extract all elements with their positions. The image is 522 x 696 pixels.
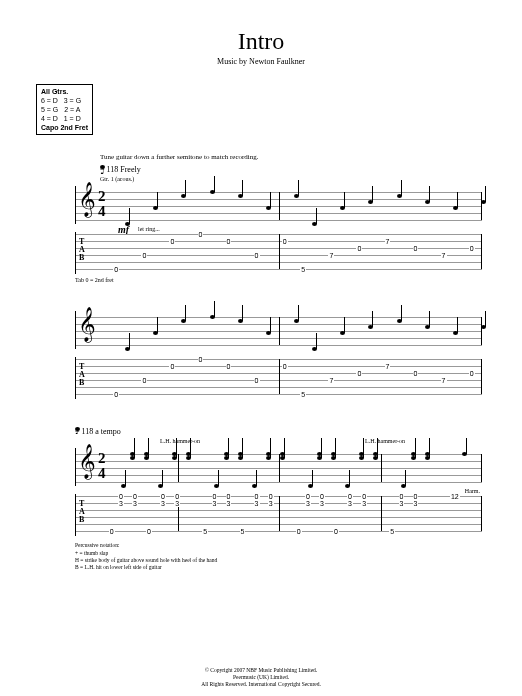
fret-number: 0	[113, 391, 119, 398]
music-system-1: 𝄞 2 4 mf let ring... TAB 00000005707070	[75, 186, 482, 274]
fret-number: 0	[413, 493, 419, 500]
fret-number: 0	[141, 252, 147, 259]
fret-number: 7	[441, 377, 447, 384]
guitar-label: Gtr. 1 (acous.)	[100, 176, 492, 182]
fret-number: 0	[413, 245, 419, 252]
fret-number: 3	[319, 500, 325, 507]
fret-number: 0	[333, 528, 339, 535]
notation-staff: 𝄞 2 4 Harm.	[75, 448, 482, 486]
fret-number: 5	[300, 391, 306, 398]
fret-number: 0	[356, 370, 362, 377]
notation-staff: 𝄞 2 4 mf let ring...	[75, 186, 482, 224]
tablature-staff: TAB 030300303053030530300303003030530301…	[75, 494, 482, 536]
fret-number: 0	[254, 252, 260, 259]
fret-number: 0	[254, 493, 260, 500]
fret-number: 0	[226, 363, 232, 370]
percussive-legend: Percussive notation: + = thumb slap H = …	[75, 542, 492, 571]
fret-number: 7	[328, 252, 334, 259]
fret-number: 7	[385, 238, 391, 245]
fret-number: 3	[361, 500, 367, 507]
notation-staff: 𝄞	[75, 311, 482, 349]
tempo-text: = 118 Freely	[100, 165, 141, 174]
fret-number: 0	[198, 356, 204, 363]
fret-number: 0	[226, 493, 232, 500]
fret-number: 0	[141, 377, 147, 384]
song-title: Intro	[30, 28, 492, 55]
treble-clef-icon: 𝄞	[78, 446, 96, 476]
perc-line: B = L.H. hit on lower left side of guita…	[75, 564, 492, 571]
fret-number: 3	[226, 500, 232, 507]
tablature-staff: TAB 00000005707070	[75, 232, 482, 274]
fret-number: 0	[469, 245, 475, 252]
notes-area	[116, 311, 482, 349]
time-sig-top: 2	[98, 451, 106, 465]
fret-number: 0	[160, 493, 166, 500]
fret-number: 3	[305, 500, 311, 507]
fret-number: 3	[268, 500, 274, 507]
copyright-line: © Copyright 2007 NBF Music Publishing Li…	[0, 667, 522, 674]
time-sig-bottom: 4	[98, 466, 106, 480]
lh-hammer-2: L.H. hammer-on	[365, 438, 405, 444]
fret-number: 0	[113, 266, 119, 273]
time-signature: 2 4	[98, 451, 106, 480]
fret-number: 0	[282, 238, 288, 245]
tuning-box: All Gtrs. 6 = D 3 = G 5 = G 2 = A 4 = D …	[36, 84, 93, 135]
notes-area	[116, 448, 482, 486]
fret-number: 3	[212, 500, 218, 507]
tuning-instruction: Tune guitar down a further semitone to m…	[100, 153, 492, 161]
composer-credit: Music by Newton Faulkner	[30, 57, 492, 66]
fret-number: 0	[356, 245, 362, 252]
fret-number: 0	[109, 528, 115, 535]
sheet-music-page: Intro Music by Newton Faulkner All Gtrs.…	[0, 0, 522, 696]
notes-area	[116, 186, 482, 224]
fret-number: 12	[450, 493, 460, 500]
perc-title: Percussive notation:	[75, 542, 492, 549]
tab-label: TAB	[79, 363, 86, 387]
fret-number: 0	[361, 493, 367, 500]
fret-number: 3	[118, 500, 124, 507]
fret-number: 7	[441, 252, 447, 259]
fret-number: 7	[328, 377, 334, 384]
treble-clef-icon: 𝄞	[78, 309, 96, 339]
tuning-row: 6 = D 3 = G	[41, 96, 88, 105]
fret-number: 0	[174, 493, 180, 500]
time-sig-bottom: 4	[98, 204, 106, 218]
fret-number: 0	[399, 493, 405, 500]
tab-label: TAB	[79, 500, 86, 524]
fret-number: 3	[347, 500, 353, 507]
music-system-3: 𝄞 2 4 Harm. TAB 030300303053030530300303…	[75, 448, 482, 536]
fret-number: 3	[174, 500, 180, 507]
music-system-2: 𝄞 TAB 00000005707070	[75, 311, 482, 399]
fret-number: 0	[305, 493, 311, 500]
time-sig-top: 2	[98, 189, 106, 203]
fret-number: 0	[132, 493, 138, 500]
tempo-2: ♩ = 118 a tempo	[75, 427, 492, 436]
fret-number: 0	[198, 231, 204, 238]
fret-number: 0	[169, 238, 175, 245]
perc-line: H = strike body of guitar above sound ho…	[75, 557, 492, 564]
fret-number: 0	[469, 370, 475, 377]
tab-label: TAB	[79, 238, 86, 262]
quarter-note-icon: ♩	[100, 165, 105, 169]
fret-number: 0	[296, 528, 302, 535]
copyright-notice: © Copyright 2007 NBF Music Publishing Li…	[0, 667, 522, 688]
fret-number: 0	[226, 238, 232, 245]
time-signature: 2 4	[98, 189, 106, 218]
fret-number: 0	[118, 493, 124, 500]
fret-number: 5	[300, 266, 306, 273]
perc-line: + = thumb slap	[75, 550, 492, 557]
copyright-line: All Rights Reserved. International Copyr…	[0, 681, 522, 688]
fret-number: 3	[132, 500, 138, 507]
fret-number: 7	[385, 363, 391, 370]
fret-number: 5	[389, 528, 395, 535]
fret-number: 5	[202, 528, 208, 535]
tempo-text: = 118 a tempo	[75, 427, 121, 436]
fret-number: 3	[254, 500, 260, 507]
tuning-row: 5 = G 2 = A	[41, 105, 88, 114]
fret-number: 3	[160, 500, 166, 507]
fret-number: 0	[169, 363, 175, 370]
tempo-1: ♩ = 118 Freely	[100, 165, 492, 174]
tablature-staff: TAB 00000005707070	[75, 357, 482, 399]
fret-number: 0	[254, 377, 260, 384]
fret-number: 3	[413, 500, 419, 507]
